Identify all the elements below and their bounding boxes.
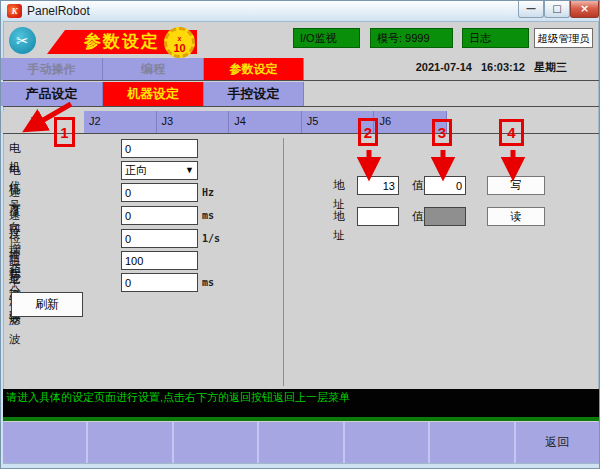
separator-line <box>3 80 599 81</box>
io-monitor-button[interactable]: I/O监视 <box>293 28 360 48</box>
window-title: PanelRobot <box>27 1 90 21</box>
annotation-box-2: 2 <box>358 118 378 146</box>
tab-parameter-settings[interactable]: 参数设定 <box>204 58 304 80</box>
tab-manual-operation[interactable]: 手动操作 <box>1 58 103 80</box>
motor-code-input[interactable] <box>121 139 198 158</box>
value-label: 值 <box>412 207 424 226</box>
maximize-button[interactable]: □ <box>544 1 570 18</box>
softkey-blank-5 <box>343 422 428 463</box>
axis-tab-j4[interactable]: J4 <box>229 111 302 133</box>
speed-loop-gain-input[interactable] <box>121 183 198 202</box>
log-button[interactable]: 日志 <box>462 28 529 48</box>
bottom-button-bar: 返回 <box>3 422 599 463</box>
user-role-button[interactable]: 超级管理员 <box>534 28 593 48</box>
softkey-blank-3 <box>172 422 257 463</box>
weekday-text: 星期三 <box>534 60 567 74</box>
softkey-blank-1 <box>3 422 86 463</box>
refresh-button[interactable]: 刷新 <box>11 292 83 317</box>
close-button[interactable]: × <box>570 1 599 18</box>
date-text: 2021-07-14 <box>416 60 472 74</box>
axis-tab-strip: J2 J3 J4 J5 J6 <box>84 111 447 133</box>
write-button[interactable]: 写 <box>487 176 545 195</box>
datetime-display: 2021-07-14 16:03:12 星期三 <box>409 60 567 74</box>
status-message-bar: 请进入具体的设定页面进行设置,点击右下方的返回按钮返回上一层菜单 <box>3 389 599 421</box>
chevron-down-icon: ▼ <box>185 162 194 179</box>
read-button[interactable]: 读 <box>487 207 545 226</box>
gear-badge-number: 10 <box>167 43 192 54</box>
separator-line <box>3 106 599 107</box>
speed-loop-integral-input[interactable] <box>121 206 198 225</box>
annotation-box-4: 4 <box>499 119 524 146</box>
tab-programming[interactable]: 编程 <box>103 58 204 80</box>
tab-product-settings[interactable]: 产品设定 <box>1 82 103 106</box>
axis-tab-j3[interactable]: J3 <box>157 111 230 133</box>
mold-number-button[interactable]: 模号: 9999 <box>370 28 453 48</box>
softkey-blank-2 <box>86 422 171 463</box>
softkey-blank-6 <box>428 422 513 463</box>
write-value-input[interactable] <box>424 176 466 195</box>
address-label: 地址 <box>333 207 345 245</box>
title-bar[interactable]: K PanelRobot — □ × <box>1 1 600 21</box>
annotation-box-1: 1 <box>54 117 75 147</box>
read-value-display <box>424 207 466 226</box>
unit-label: 1/s <box>202 229 220 248</box>
read-address-input[interactable] <box>357 207 399 226</box>
selected-option: 正向 <box>125 162 147 179</box>
tools-icon: ✂ <box>9 27 36 54</box>
smoothing-filter-input[interactable] <box>121 273 198 292</box>
damping-parameter-input[interactable] <box>121 251 198 270</box>
minimize-button[interactable]: — <box>518 1 544 18</box>
softkey-blank-4 <box>257 422 342 463</box>
return-button[interactable]: 返回 <box>514 422 599 463</box>
motor-direction-select[interactable]: 正向 ▼ <box>121 161 198 180</box>
tab-manual-control-settings[interactable]: 手控设定 <box>204 82 304 106</box>
write-address-input[interactable] <box>357 176 399 195</box>
app-window: K PanelRobot — □ × ✂ 参数设定 x 10 I/O监视 模号:… <box>0 0 600 469</box>
unit-label: ms <box>202 273 214 292</box>
position-loop-gain-input[interactable] <box>121 229 198 248</box>
unit-label: Hz <box>202 183 214 202</box>
time-text: 16:03:12 <box>481 60 525 74</box>
speed-multiplier-gear-icon[interactable]: x 10 <box>164 27 195 58</box>
tab-machine-settings[interactable]: 机器设定 <box>103 82 204 106</box>
annotation-box-3: 3 <box>432 119 452 146</box>
value-label: 值 <box>412 176 424 195</box>
axis-tab-j2[interactable]: J2 <box>84 111 157 133</box>
app-logo-icon: K <box>7 4 22 18</box>
unit-label: ms <box>202 206 214 225</box>
vertical-divider <box>283 138 284 386</box>
